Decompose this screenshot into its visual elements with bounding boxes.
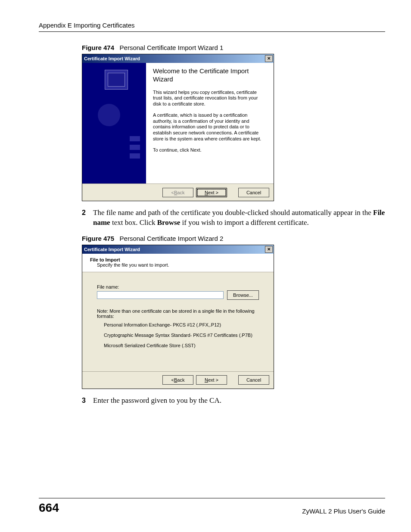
format-p7b: Cryptographic Message Syntax Standard- P… — [104, 333, 259, 338]
format-pfx: Personal Information Exchange- PKCS #12 … — [104, 322, 259, 327]
figure-475-text: Personal Certificate Import Wizard 2 — [120, 235, 224, 242]
guide-name: ZyWALL 2 Plus User's Guide — [302, 507, 385, 515]
wizard1-footer: < Back Next > Cancel — [82, 184, 274, 201]
wizard1-heading: Welcome to the Certificate Import Wizard — [153, 67, 267, 84]
figure-474-label: Figure 474 — [82, 44, 114, 51]
wizard2-head-sub: Specify the file you want to import. — [97, 262, 266, 268]
page-footer: 664 ZyWALL 2 Plus User's Guide — [39, 498, 385, 515]
decor-bars — [130, 136, 140, 162]
step-2-text: The file name and path of the certificat… — [93, 208, 385, 228]
format-sst: Microsoft Serialized Certificate Store (… — [104, 343, 259, 348]
wizard2-body: File to Import Specify the file you want… — [82, 254, 274, 371]
wizard1-titlebar: Certificate Import Wizard ✕ — [82, 54, 274, 63]
file-name-input[interactable] — [97, 291, 224, 299]
back-button[interactable]: < Back — [162, 375, 193, 385]
cancel-button[interactable]: Cancel — [238, 375, 269, 385]
step-2-number: 2 — [82, 208, 93, 228]
wizard1-title: Certificate Import Wizard — [84, 56, 140, 61]
next-button[interactable]: Next > — [196, 188, 227, 197]
wizard1-sidebar-graphic — [82, 63, 146, 184]
wizard2-head-title: File to Import — [90, 257, 266, 262]
page-header: Appendix E Importing Certificates — [39, 22, 385, 32]
step-3: 3 Enter the password given to you by the… — [82, 396, 385, 406]
close-icon[interactable]: ✕ — [265, 246, 273, 253]
cancel-button[interactable]: Cancel — [238, 188, 269, 197]
wizard2-title: Certificate Import Wizard — [84, 247, 140, 252]
step-3-number: 3 — [82, 396, 93, 406]
step-2: 2 The file name and path of the certific… — [82, 208, 385, 228]
wizard1-body: Welcome to the Certificate Import Wizard… — [82, 63, 274, 184]
wizard2-header: File to Import Specify the file you want… — [82, 254, 274, 272]
wizard1-para3: To continue, click Next. — [153, 147, 267, 153]
wizard2-titlebar: Certificate Import Wizard ✕ — [82, 245, 274, 254]
wizard1-main: Welcome to the Certificate Import Wizard… — [146, 63, 274, 184]
wizard1-para2: A certificate, which is issued by a cert… — [153, 112, 267, 142]
wizard1-para1: This wizard helps you copy certificates,… — [153, 90, 267, 107]
figure-474-text: Personal Certificate Import Wizard 1 — [120, 44, 224, 51]
wizard2-footer: < Back Next > Cancel — [82, 371, 274, 389]
close-icon[interactable]: ✕ — [265, 55, 273, 62]
page-number: 664 — [39, 501, 59, 515]
figure-475-label: Figure 475 — [82, 235, 114, 242]
wizard2-dialog: Certificate Import Wizard ✕ File to Impo… — [82, 245, 274, 389]
browse-button[interactable]: Browse... — [227, 290, 259, 300]
wizard1-dialog: Certificate Import Wizard ✕ Welcome to t… — [82, 54, 274, 201]
file-name-label: File name: — [97, 284, 259, 289]
next-button[interactable]: Next > — [196, 375, 227, 385]
back-button[interactable]: < Back — [162, 188, 193, 197]
formats-note: Note: More than one certificate can be s… — [97, 308, 259, 319]
figure-475-caption: Figure 475 Personal Certificate Import W… — [82, 235, 385, 242]
step-3-text: Enter the password given to you by the C… — [93, 396, 385, 406]
certificate-icon — [105, 70, 128, 90]
wizard2-content: File name: Browse... Note: More than one… — [82, 272, 274, 371]
figure-474-caption: Figure 474 Personal Certificate Import W… — [82, 44, 385, 51]
disk-icon — [98, 104, 120, 126]
